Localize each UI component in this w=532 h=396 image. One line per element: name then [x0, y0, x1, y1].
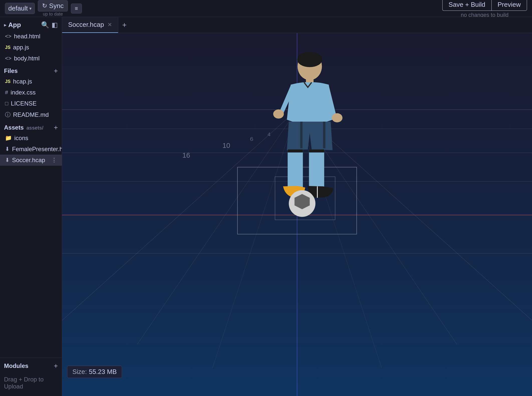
- modules-section-header: Modules +: [4, 362, 58, 370]
- svg-rect-23: [300, 122, 302, 148]
- add-file-button[interactable]: +: [54, 67, 58, 75]
- file-item-app-js[interactable]: JS app.js: [0, 42, 62, 53]
- branch-selector[interactable]: default ▾: [5, 3, 35, 14]
- asset-item-icons[interactable]: 📁 icons: [0, 133, 62, 144]
- file-name: hcap.js: [13, 78, 32, 85]
- hamburger-icon: ≡: [75, 5, 78, 12]
- modules-label: Modules: [4, 362, 28, 369]
- tab-close-button[interactable]: ✕: [107, 22, 112, 28]
- svg-point-32: [332, 113, 343, 122]
- more-options-button[interactable]: ⋮: [51, 157, 57, 163]
- file-item-index-css[interactable]: # index.css: [0, 87, 62, 98]
- svg-rect-27: [309, 150, 324, 188]
- arrow-left-icon: ▸: [4, 22, 6, 28]
- svg-rect-24: [323, 122, 325, 148]
- topbar: default ▾ ↻ Sync up to date ≡ Save + Bui…: [0, 0, 532, 17]
- svg-rect-28: [309, 150, 324, 153]
- files-section-label: Files: [4, 67, 18, 74]
- size-value: 55.23 MB: [89, 368, 117, 376]
- size-label: Size:: [72, 368, 87, 376]
- code-icon: <>: [5, 55, 12, 62]
- drag-drop-label[interactable]: Drag + Drop to Upload: [4, 374, 58, 392]
- assets-section-label: Assets assets/: [4, 124, 43, 131]
- sidebar-controls: 🔍 ◧: [41, 21, 58, 29]
- svg-point-31: [273, 110, 284, 119]
- app-section: ▸ App: [4, 21, 21, 29]
- svg-point-21: [297, 52, 322, 67]
- svg-text:16: 16: [182, 151, 190, 159]
- hash-icon: #: [5, 89, 8, 96]
- assets-section-header: Assets assets/ +: [0, 121, 62, 133]
- chevron-down-icon: ▾: [29, 6, 32, 11]
- folder-icon: 📁: [5, 135, 12, 141]
- sidebar: ▸ App 🔍 ◧ <> head.html JS app.js <> body…: [0, 17, 62, 396]
- file-item-hcap-js[interactable]: JS hcap.js: [0, 76, 62, 87]
- menu-button[interactable]: ≡: [71, 4, 82, 14]
- files-section-header: Files +: [0, 64, 62, 76]
- player-figure: [241, 51, 356, 242]
- content-area: Soccer.hcap ✕ +: [62, 17, 532, 396]
- file-name: head.html: [14, 33, 40, 40]
- tab-label: Soccer.hcap: [68, 21, 104, 29]
- scene-background: 16 10 6 4: [62, 33, 532, 396]
- tab-soccer-hcap[interactable]: Soccer.hcap ✕: [62, 17, 118, 33]
- up-to-date-label: up to date: [43, 12, 63, 17]
- tabs-bar: Soccer.hcap ✕ +: [62, 17, 532, 33]
- topbar-left: default ▾ ↻ Sync up to date ≡: [5, 0, 82, 17]
- sidebar-bottom: Modules + Drag + Drop to Upload: [0, 358, 62, 396]
- collapse-button[interactable]: ◧: [52, 21, 58, 29]
- js-icon: JS: [5, 79, 11, 84]
- add-tab-button[interactable]: +: [118, 21, 131, 29]
- asset-item-female-presenter[interactable]: ⬇ FemalePresenter.h...: [0, 144, 62, 155]
- topbar-right: Save + Build Preview no changes to build: [442, 0, 527, 18]
- asset-name: icons: [14, 135, 28, 142]
- app-label: App: [8, 21, 21, 29]
- viewer: 16 10 6 4: [62, 33, 532, 396]
- save-build-button[interactable]: Save + Build: [442, 0, 491, 11]
- branch-label: default: [8, 5, 28, 12]
- file-item-readme[interactable]: ⓘ README.md: [0, 109, 62, 121]
- svg-text:10: 10: [222, 142, 230, 149]
- search-button[interactable]: 🔍: [41, 21, 49, 29]
- sidebar-files: <> head.html JS app.js <> body.html File…: [0, 31, 62, 358]
- file-icon: □: [5, 100, 8, 107]
- add-module-button[interactable]: +: [54, 362, 58, 370]
- code-icon: <>: [5, 33, 12, 40]
- file-item-head-html[interactable]: <> head.html: [0, 31, 62, 42]
- sidebar-header: ▸ App 🔍 ◧: [0, 17, 62, 31]
- file-name: body.html: [14, 55, 40, 62]
- file-name: app.js: [13, 44, 29, 51]
- add-asset-button[interactable]: +: [54, 124, 58, 132]
- file-name: README.md: [13, 111, 49, 118]
- file-item-body-html[interactable]: <> body.html: [0, 53, 62, 64]
- sync-icon: ↻: [42, 2, 47, 9]
- file-name: index.css: [11, 89, 36, 96]
- size-badge: Size: 55.23 MB: [67, 366, 122, 378]
- svg-rect-26: [288, 150, 303, 153]
- asset-name: Soccer.hcap: [12, 157, 45, 164]
- asset-name: FemalePresenter.h...: [12, 146, 62, 153]
- file-item-license[interactable]: □ LICENSE: [0, 98, 62, 109]
- file-name: LICENSE: [11, 100, 37, 107]
- sync-button[interactable]: ↻ Sync: [38, 0, 68, 12]
- preview-button[interactable]: Preview: [491, 0, 527, 11]
- download-icon: ⬇: [5, 157, 10, 163]
- js-icon: JS: [5, 45, 11, 50]
- download-icon: ⬇: [5, 146, 10, 152]
- main-layout: ▸ App 🔍 ◧ <> head.html JS app.js <> body…: [0, 17, 532, 396]
- asset-item-soccer[interactable]: ⬇ Soccer.hcap ⋮: [0, 155, 62, 166]
- info-icon: ⓘ: [5, 111, 11, 119]
- sync-label: Sync: [49, 2, 64, 10]
- svg-rect-25: [288, 150, 303, 188]
